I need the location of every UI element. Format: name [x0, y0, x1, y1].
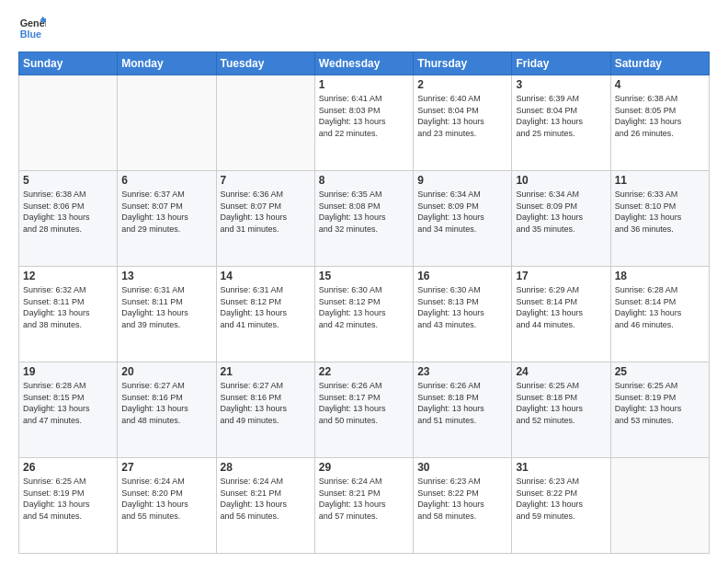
logo-icon: General Blue	[18, 15, 46, 42]
day-number: 16	[417, 270, 507, 282]
cell-info: Sunrise: 6:25 AM Sunset: 8:19 PM Dayligh…	[615, 380, 705, 426]
week-row-4: 19Sunrise: 6:28 AM Sunset: 8:15 PM Dayli…	[19, 362, 710, 458]
cell-info: Sunrise: 6:38 AM Sunset: 8:06 PM Dayligh…	[23, 189, 113, 235]
calendar-cell: 19Sunrise: 6:28 AM Sunset: 8:15 PM Dayli…	[19, 362, 118, 458]
calendar-cell: 15Sunrise: 6:30 AM Sunset: 8:12 PM Dayli…	[314, 267, 413, 362]
day-number: 9	[417, 174, 507, 187]
calendar-cell	[610, 458, 709, 554]
calendar-cell: 8Sunrise: 6:35 AM Sunset: 8:08 PM Daylig…	[314, 171, 413, 267]
cell-info: Sunrise: 6:28 AM Sunset: 8:14 PM Dayligh…	[615, 284, 705, 330]
day-number: 27	[121, 461, 211, 474]
day-number: 7	[221, 174, 311, 187]
calendar-cell	[118, 75, 216, 171]
day-number: 17	[516, 270, 606, 282]
cell-info: Sunrise: 6:25 AM Sunset: 8:18 PM Dayligh…	[516, 380, 606, 426]
cell-info: Sunrise: 6:33 AM Sunset: 8:10 PM Dayligh…	[615, 189, 705, 235]
cell-info: Sunrise: 6:28 AM Sunset: 8:15 PM Dayligh…	[23, 380, 113, 426]
calendar-cell: 13Sunrise: 6:31 AM Sunset: 8:11 PM Dayli…	[118, 267, 216, 362]
day-number: 10	[516, 174, 606, 187]
calendar-header-row: SundayMondayTuesdayWednesdayThursdayFrid…	[19, 52, 710, 75]
calendar-cell: 5Sunrise: 6:38 AM Sunset: 8:06 PM Daylig…	[19, 171, 118, 267]
column-header-thursday: Thursday	[414, 52, 512, 75]
column-header-monday: Monday	[118, 52, 216, 75]
cell-info: Sunrise: 6:34 AM Sunset: 8:09 PM Dayligh…	[516, 189, 606, 235]
day-number: 15	[319, 270, 409, 282]
cell-info: Sunrise: 6:27 AM Sunset: 8:16 PM Dayligh…	[221, 380, 311, 426]
calendar-cell: 23Sunrise: 6:26 AM Sunset: 8:18 PM Dayli…	[414, 362, 512, 458]
column-header-saturday: Saturday	[610, 52, 709, 75]
calendar-cell: 9Sunrise: 6:34 AM Sunset: 8:09 PM Daylig…	[414, 171, 512, 267]
cell-info: Sunrise: 6:30 AM Sunset: 8:13 PM Dayligh…	[417, 284, 507, 330]
calendar-cell: 11Sunrise: 6:33 AM Sunset: 8:10 PM Dayli…	[610, 171, 709, 267]
cell-info: Sunrise: 6:25 AM Sunset: 8:19 PM Dayligh…	[23, 476, 113, 522]
week-row-3: 12Sunrise: 6:32 AM Sunset: 8:11 PM Dayli…	[19, 267, 710, 362]
cell-info: Sunrise: 6:23 AM Sunset: 8:22 PM Dayligh…	[417, 476, 507, 522]
calendar-table: SundayMondayTuesdayWednesdayThursdayFrid…	[18, 52, 710, 554]
day-number: 1	[319, 78, 409, 91]
day-number: 25	[615, 365, 705, 378]
column-header-friday: Friday	[512, 52, 610, 75]
cell-info: Sunrise: 6:23 AM Sunset: 8:22 PM Dayligh…	[516, 476, 606, 522]
cell-info: Sunrise: 6:35 AM Sunset: 8:08 PM Dayligh…	[319, 189, 409, 235]
day-number: 31	[516, 461, 606, 474]
calendar-cell: 4Sunrise: 6:38 AM Sunset: 8:05 PM Daylig…	[610, 75, 709, 171]
calendar-cell: 7Sunrise: 6:36 AM Sunset: 8:07 PM Daylig…	[216, 171, 314, 267]
calendar-cell: 29Sunrise: 6:24 AM Sunset: 8:21 PM Dayli…	[314, 458, 413, 554]
calendar-cell: 24Sunrise: 6:25 AM Sunset: 8:18 PM Dayli…	[512, 362, 610, 458]
day-number: 14	[221, 270, 311, 282]
calendar-body: 1Sunrise: 6:41 AM Sunset: 8:03 PM Daylig…	[19, 75, 710, 554]
cell-info: Sunrise: 6:37 AM Sunset: 8:07 PM Dayligh…	[121, 189, 211, 235]
cell-info: Sunrise: 6:24 AM Sunset: 8:21 PM Dayligh…	[319, 476, 409, 522]
day-number: 12	[23, 270, 113, 282]
calendar-cell: 26Sunrise: 6:25 AM Sunset: 8:19 PM Dayli…	[19, 458, 118, 554]
column-header-wednesday: Wednesday	[314, 52, 413, 75]
cell-info: Sunrise: 6:24 AM Sunset: 8:21 PM Dayligh…	[221, 476, 311, 522]
calendar-cell: 22Sunrise: 6:26 AM Sunset: 8:17 PM Dayli…	[314, 362, 413, 458]
cell-info: Sunrise: 6:38 AM Sunset: 8:05 PM Dayligh…	[615, 93, 705, 139]
calendar-cell: 1Sunrise: 6:41 AM Sunset: 8:03 PM Daylig…	[314, 75, 413, 171]
day-number: 6	[121, 174, 211, 187]
calendar-cell: 3Sunrise: 6:39 AM Sunset: 8:04 PM Daylig…	[512, 75, 610, 171]
day-number: 2	[417, 78, 507, 91]
cell-info: Sunrise: 6:26 AM Sunset: 8:18 PM Dayligh…	[417, 380, 507, 426]
calendar-cell: 31Sunrise: 6:23 AM Sunset: 8:22 PM Dayli…	[512, 458, 610, 554]
day-number: 11	[615, 174, 705, 187]
logo: General Blue	[18, 15, 46, 42]
day-number: 8	[319, 174, 409, 187]
calendar-cell: 2Sunrise: 6:40 AM Sunset: 8:04 PM Daylig…	[414, 75, 512, 171]
cell-info: Sunrise: 6:31 AM Sunset: 8:11 PM Dayligh…	[121, 284, 211, 330]
day-number: 3	[516, 78, 606, 91]
svg-text:Blue: Blue	[20, 29, 41, 40]
day-number: 22	[319, 365, 409, 378]
cell-info: Sunrise: 6:41 AM Sunset: 8:03 PM Dayligh…	[319, 93, 409, 139]
column-header-sunday: Sunday	[19, 52, 118, 75]
day-number: 30	[417, 461, 507, 474]
cell-info: Sunrise: 6:31 AM Sunset: 8:12 PM Dayligh…	[221, 284, 311, 330]
day-number: 23	[417, 365, 507, 378]
calendar-cell: 28Sunrise: 6:24 AM Sunset: 8:21 PM Dayli…	[216, 458, 314, 554]
day-number: 29	[319, 461, 409, 474]
calendar-cell: 6Sunrise: 6:37 AM Sunset: 8:07 PM Daylig…	[118, 171, 216, 267]
day-number: 26	[23, 461, 113, 474]
cell-info: Sunrise: 6:24 AM Sunset: 8:20 PM Dayligh…	[121, 476, 211, 522]
week-row-1: 1Sunrise: 6:41 AM Sunset: 8:03 PM Daylig…	[19, 75, 710, 171]
cell-info: Sunrise: 6:29 AM Sunset: 8:14 PM Dayligh…	[516, 284, 606, 330]
column-header-tuesday: Tuesday	[216, 52, 314, 75]
calendar-cell: 18Sunrise: 6:28 AM Sunset: 8:14 PM Dayli…	[610, 267, 709, 362]
day-number: 24	[516, 365, 606, 378]
day-number: 18	[615, 270, 705, 282]
calendar-cell: 17Sunrise: 6:29 AM Sunset: 8:14 PM Dayli…	[512, 267, 610, 362]
day-number: 5	[23, 174, 113, 187]
day-number: 4	[615, 78, 705, 91]
cell-info: Sunrise: 6:26 AM Sunset: 8:17 PM Dayligh…	[319, 380, 409, 426]
cell-info: Sunrise: 6:30 AM Sunset: 8:12 PM Dayligh…	[319, 284, 409, 330]
calendar-cell: 16Sunrise: 6:30 AM Sunset: 8:13 PM Dayli…	[414, 267, 512, 362]
calendar-cell	[216, 75, 314, 171]
day-number: 21	[221, 365, 311, 378]
calendar-cell: 27Sunrise: 6:24 AM Sunset: 8:20 PM Dayli…	[118, 458, 216, 554]
cell-info: Sunrise: 6:27 AM Sunset: 8:16 PM Dayligh…	[121, 380, 211, 426]
cell-info: Sunrise: 6:34 AM Sunset: 8:09 PM Dayligh…	[417, 189, 507, 235]
calendar-cell: 14Sunrise: 6:31 AM Sunset: 8:12 PM Dayli…	[216, 267, 314, 362]
cell-info: Sunrise: 6:40 AM Sunset: 8:04 PM Dayligh…	[417, 93, 507, 139]
calendar-cell: 20Sunrise: 6:27 AM Sunset: 8:16 PM Dayli…	[118, 362, 216, 458]
